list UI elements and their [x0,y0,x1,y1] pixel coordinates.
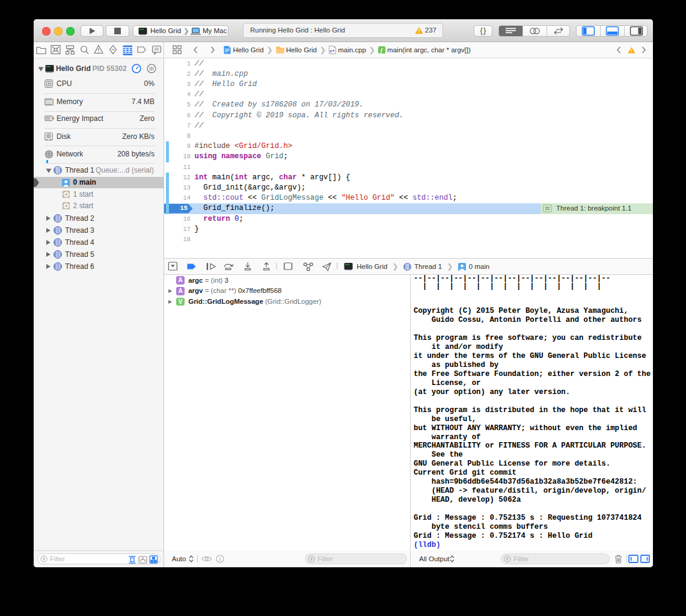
svg-text:c+: c+ [330,49,335,53]
